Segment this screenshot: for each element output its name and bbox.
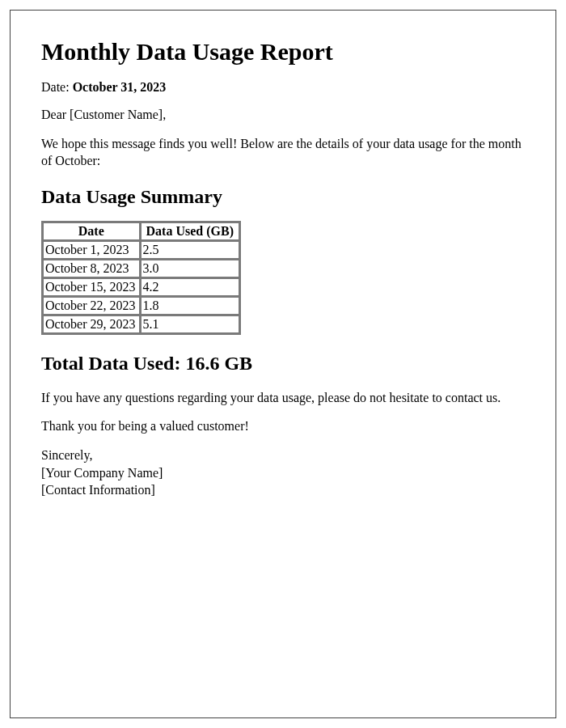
table-row: October 8, 2023 3.0 xyxy=(43,260,239,277)
signature-block: Sincerely, [Your Company Name] [Contact … xyxy=(41,447,525,499)
usage-table: Date Data Used (GB) October 1, 2023 2.5 … xyxy=(41,221,241,335)
closing-paragraph-2: Thank you for being a valued customer! xyxy=(41,417,525,435)
table-row: October 1, 2023 2.5 xyxy=(43,241,239,259)
total-heading: Total Data Used: 16.6 GB xyxy=(41,353,525,375)
document-page: Monthly Data Usage Report Date: October … xyxy=(10,10,556,718)
signoff-sincerely: Sincerely, xyxy=(41,448,92,462)
cell-data: 3.0 xyxy=(141,260,239,277)
greeting-line: Dear [Customer Name], xyxy=(41,106,525,124)
cell-date: October 8, 2023 xyxy=(43,260,140,277)
table-header-row: Date Data Used (GB) xyxy=(43,222,239,240)
date-value: October 31, 2023 xyxy=(73,80,167,94)
col-date: Date xyxy=(43,222,140,240)
cell-data: 5.1 xyxy=(141,315,239,333)
cell-date: October 15, 2023 xyxy=(43,278,140,296)
page-title: Monthly Data Usage Report xyxy=(41,38,525,66)
cell-data: 4.2 xyxy=(141,278,239,296)
intro-paragraph: We hope this message finds you well! Bel… xyxy=(41,135,525,170)
cell-data: 2.5 xyxy=(141,241,239,259)
cell-date: October 29, 2023 xyxy=(43,315,140,333)
table-row: October 15, 2023 4.2 xyxy=(43,278,239,296)
table-row: October 29, 2023 5.1 xyxy=(43,315,239,333)
cell-date: October 22, 2023 xyxy=(43,297,140,315)
signoff-contact: [Contact Information] xyxy=(41,483,155,497)
date-label: Date: xyxy=(41,80,73,94)
signoff-company: [Your Company Name] xyxy=(41,466,163,480)
summary-heading: Data Usage Summary xyxy=(41,186,525,208)
closing-paragraph-1: If you have any questions regarding your… xyxy=(41,389,525,407)
cell-date: October 1, 2023 xyxy=(43,241,140,259)
report-date-line: Date: October 31, 2023 xyxy=(41,80,525,95)
col-data-used: Data Used (GB) xyxy=(141,222,239,240)
table-row: October 22, 2023 1.8 xyxy=(43,297,239,315)
cell-data: 1.8 xyxy=(141,297,239,315)
